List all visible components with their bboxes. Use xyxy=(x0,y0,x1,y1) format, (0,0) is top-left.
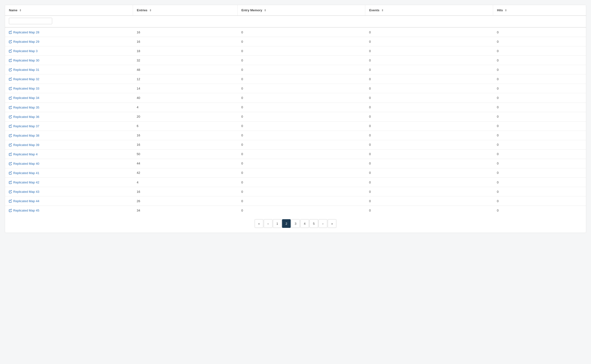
cell-hits: 0 xyxy=(493,196,586,206)
table-row: Replicated Map 3916000 xyxy=(5,140,586,149)
external-link-icon xyxy=(9,87,12,90)
cell-entries: 20 xyxy=(133,112,238,121)
row-name-text: Replicated Map 3 xyxy=(13,49,38,53)
pagination-page-5-button[interactable]: 5 xyxy=(309,219,318,228)
pagination-container: « ‹ 12345 › » xyxy=(5,215,586,233)
main-table-container: Name ⇕ Entries ⇕ Entry Memory ⇕ Events ⇕… xyxy=(5,5,586,233)
search-row xyxy=(5,16,586,27)
cell-entry-memory: 0 xyxy=(237,140,365,149)
pagination-first-button[interactable]: « xyxy=(255,219,263,228)
row-name-text: Replicated Map 41 xyxy=(13,171,39,175)
row-name-text: Replicated Map 33 xyxy=(13,87,39,90)
cell-name: Replicated Map 45 xyxy=(5,206,133,215)
row-name-text: Replicated Map 31 xyxy=(13,68,39,72)
row-name-text: Replicated Map 4 xyxy=(13,152,38,156)
cell-hits: 0 xyxy=(493,168,586,177)
row-name-text: Replicated Map 29 xyxy=(13,40,39,44)
cell-name: Replicated Map 34 xyxy=(5,93,133,103)
cell-entry-memory: 0 xyxy=(237,121,365,131)
cell-hits: 0 xyxy=(493,112,586,121)
cell-events: 0 xyxy=(365,140,493,149)
cell-events: 0 xyxy=(365,178,493,187)
cell-events: 0 xyxy=(365,65,493,74)
cell-hits: 0 xyxy=(493,131,586,140)
cell-hits: 0 xyxy=(493,103,586,112)
cell-events: 0 xyxy=(365,196,493,206)
external-link-icon xyxy=(9,190,12,193)
cell-entry-memory: 0 xyxy=(237,112,365,121)
row-name-text: Replicated Map 42 xyxy=(13,181,39,184)
external-link-icon xyxy=(9,171,12,175)
cell-name: Replicated Map 30 xyxy=(5,56,133,65)
external-link-icon xyxy=(9,59,12,62)
external-link-icon xyxy=(9,115,12,118)
cell-entries: 4 xyxy=(133,178,238,187)
cell-entries: 16 xyxy=(133,27,238,37)
table-row: Replicated Map 3816000 xyxy=(5,131,586,140)
cell-entries: 16 xyxy=(133,37,238,46)
cell-entry-memory: 0 xyxy=(237,159,365,168)
pagination-page-2-button[interactable]: 2 xyxy=(282,219,291,228)
cell-name: Replicated Map 37 xyxy=(5,121,133,131)
cell-entries: 16 xyxy=(133,140,238,149)
cell-name: Replicated Map 42 xyxy=(5,178,133,187)
cell-events: 0 xyxy=(365,37,493,46)
table-row: Replicated Map 3440000 xyxy=(5,93,586,103)
cell-name: Replicated Map 43 xyxy=(5,187,133,196)
pagination-last-button[interactable]: » xyxy=(328,219,336,228)
table-row: Replicated Map 2816000 xyxy=(5,27,586,37)
table-row: Replicated Map 450000 xyxy=(5,149,586,159)
external-link-icon xyxy=(9,106,12,109)
pagination-prev-button[interactable]: ‹ xyxy=(264,219,272,228)
cell-entry-memory: 0 xyxy=(237,206,365,215)
cell-entry-memory: 0 xyxy=(237,196,365,206)
cell-hits: 0 xyxy=(493,140,586,149)
table-body: Replicated Map 2816000Replicated Map 291… xyxy=(5,27,586,215)
external-link-icon xyxy=(9,31,12,34)
cell-name: Replicated Map 4 xyxy=(5,149,133,159)
cell-hits: 0 xyxy=(493,187,586,196)
external-link-icon xyxy=(9,49,12,52)
table-row: Replicated Map 318000 xyxy=(5,46,586,56)
sort-icon-entries: ⇕ xyxy=(149,9,151,12)
table-row: Replicated Map 3032000 xyxy=(5,56,586,65)
cell-entries: 16 xyxy=(133,187,238,196)
search-input[interactable] xyxy=(9,18,52,24)
external-link-icon xyxy=(9,200,12,203)
cell-entries: 44 xyxy=(133,159,238,168)
table-row: Replicated Map 4426000 xyxy=(5,196,586,206)
cell-hits: 0 xyxy=(493,65,586,74)
col-header-hits[interactable]: Hits ⇕ xyxy=(493,5,586,16)
cell-events: 0 xyxy=(365,103,493,112)
cell-name: Replicated Map 28 xyxy=(5,27,133,37)
cell-entries: 12 xyxy=(133,74,238,84)
col-header-events[interactable]: Events ⇕ xyxy=(365,5,493,16)
cell-events: 0 xyxy=(365,56,493,65)
pagination-page-1-button[interactable]: 1 xyxy=(273,219,282,228)
cell-entries: 26 xyxy=(133,196,238,206)
data-table: Name ⇕ Entries ⇕ Entry Memory ⇕ Events ⇕… xyxy=(5,5,586,215)
cell-entry-memory: 0 xyxy=(237,84,365,93)
external-link-icon xyxy=(9,78,12,81)
col-header-name[interactable]: Name ⇕ xyxy=(5,5,133,16)
cell-name: Replicated Map 32 xyxy=(5,74,133,84)
col-header-entries[interactable]: Entries ⇕ xyxy=(133,5,238,16)
row-name-text: Replicated Map 45 xyxy=(13,209,39,212)
cell-entry-memory: 0 xyxy=(237,187,365,196)
external-link-icon xyxy=(9,40,12,43)
external-link-icon xyxy=(9,162,12,165)
cell-name: Replicated Map 38 xyxy=(5,131,133,140)
external-link-icon xyxy=(9,68,12,71)
sort-icon-entry-memory: ⇕ xyxy=(264,9,266,12)
pagination-page-4-button[interactable]: 4 xyxy=(300,219,309,228)
table-row: Replicated Map 3212000 xyxy=(5,74,586,84)
pagination-page-3-button[interactable]: 3 xyxy=(291,219,300,228)
col-header-entry-memory[interactable]: Entry Memory ⇕ xyxy=(237,5,365,16)
pagination-next-button[interactable]: › xyxy=(319,219,327,228)
cell-hits: 0 xyxy=(493,46,586,56)
row-name-text: Replicated Map 39 xyxy=(13,143,39,147)
cell-name: Replicated Map 31 xyxy=(5,65,133,74)
sort-icon-events: ⇕ xyxy=(381,9,383,12)
row-name-text: Replicated Map 35 xyxy=(13,106,39,109)
cell-name: Replicated Map 36 xyxy=(5,112,133,121)
